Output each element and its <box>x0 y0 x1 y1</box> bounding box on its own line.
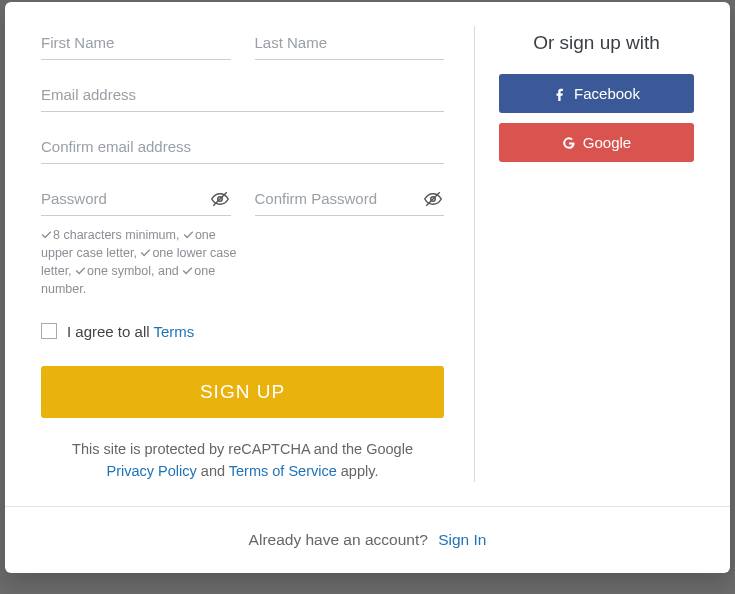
agree-terms-prefix: I agree to all <box>67 323 153 340</box>
confirm-email-input[interactable] <box>41 130 444 164</box>
toggle-password-visibility-icon[interactable] <box>211 190 229 208</box>
signup-button[interactable]: SIGN UP <box>41 366 444 418</box>
footer-prompt: Already have an account? <box>249 531 428 548</box>
password-requirements: 8 characters minimum, one upper case let… <box>41 226 241 299</box>
first-name-input[interactable] <box>41 26 231 60</box>
facebook-icon <box>553 87 567 101</box>
recaptcha-apply: apply. <box>337 463 379 479</box>
modal-footer: Already have an account? Sign In <box>5 506 730 573</box>
social-heading: Or sign up with <box>499 32 694 54</box>
first-name-field-wrap <box>41 26 231 60</box>
privacy-policy-link[interactable]: Privacy Policy <box>107 463 197 479</box>
facebook-signup-button[interactable]: Facebook <box>499 74 694 113</box>
confirm-email-field-wrap <box>41 130 444 164</box>
check-icon <box>140 248 151 259</box>
signup-form: 8 characters minimum, one upper case let… <box>41 26 474 482</box>
check-icon <box>41 230 52 241</box>
confirm-password-input[interactable] <box>255 182 445 216</box>
req-text: 8 characters minimum, <box>53 228 179 242</box>
terms-of-service-link[interactable]: Terms of Service <box>229 463 337 479</box>
social-signup-panel: Or sign up with Facebook Google <box>474 26 694 482</box>
terms-link[interactable]: Terms <box>153 323 194 340</box>
password-input[interactable] <box>41 182 231 216</box>
google-signup-button[interactable]: Google <box>499 123 694 162</box>
signup-modal: 8 characters minimum, one upper case let… <box>5 2 730 573</box>
check-icon <box>182 266 193 277</box>
toggle-confirm-password-visibility-icon[interactable] <box>424 190 442 208</box>
email-field-wrap <box>41 78 444 112</box>
password-field-wrap <box>41 182 231 216</box>
agree-terms-label: I agree to all Terms <box>67 323 194 340</box>
check-icon <box>183 230 194 241</box>
confirm-password-field-wrap <box>255 182 445 216</box>
facebook-label: Facebook <box>574 85 640 102</box>
check-icon <box>75 266 86 277</box>
agree-terms-checkbox[interactable] <box>41 323 57 339</box>
google-label: Google <box>583 134 631 151</box>
recaptcha-line1: This site is protected by reCAPTCHA and … <box>72 441 413 457</box>
modal-body: 8 characters minimum, one upper case let… <box>5 2 730 506</box>
last-name-input[interactable] <box>255 26 445 60</box>
email-input[interactable] <box>41 78 444 112</box>
signin-link[interactable]: Sign In <box>438 531 486 548</box>
recaptcha-notice: This site is protected by reCAPTCHA and … <box>41 438 444 483</box>
recaptcha-and: and <box>197 463 229 479</box>
last-name-field-wrap <box>255 26 445 60</box>
req-text: one symbol, and <box>87 264 179 278</box>
google-icon <box>562 136 576 150</box>
terms-row: I agree to all Terms <box>41 323 444 340</box>
